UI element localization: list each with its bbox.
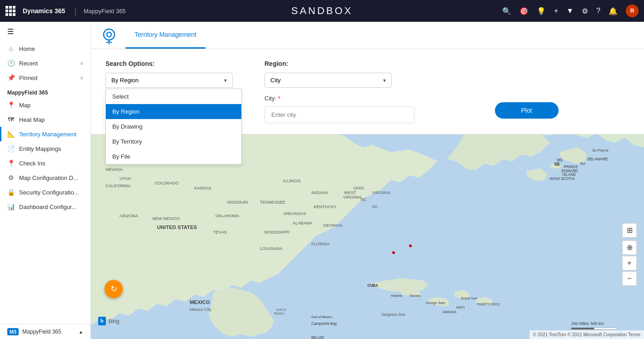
app-tabs: Territory Management <box>125 22 205 49</box>
pin-icon: 📌 <box>7 74 15 81</box>
zoom-out-button[interactable]: − <box>622 271 637 286</box>
plot-button[interactable]: Plot <box>495 102 559 119</box>
sidebar-item-heat-map[interactable]: 🗺 Heat Map <box>0 112 90 127</box>
search-type-value: By Region <box>111 77 139 84</box>
top-nav: Dynamics 365 | MappyField 365 SANDBOX 🔍 … <box>0 0 644 22</box>
svg-text:JAMAICA: JAMAICA <box>442 310 456 314</box>
grid-menu-button[interactable] <box>5 6 15 16</box>
sidebar: ☰ ⌂ Home 🕐 Recent ∨ 📌 Pinned ∨ MappyFiel… <box>0 22 91 339</box>
svg-text:UTAH: UTAH <box>120 176 131 181</box>
option-select-label: Select <box>112 93 129 100</box>
svg-text:BELIZE: BELIZE <box>311 336 324 339</box>
svg-text:Sargasso Sea: Sargasso Sea <box>381 313 405 317</box>
locate-button[interactable]: ⊕ <box>622 240 637 255</box>
option-by-region[interactable]: By Region <box>106 104 241 119</box>
search-panel-inner: Search Options: By Region ▾ Select <box>105 60 629 123</box>
brand-label: Dynamics 365 <box>23 7 65 15</box>
grid-icon <box>5 6 15 16</box>
zoom-in-button[interactable]: + <box>622 256 637 270</box>
map-layer-button[interactable]: ⊞ <box>622 223 637 238</box>
sidebar-heatmap-label: Heat Map <box>19 116 83 123</box>
hamburger-menu[interactable]: ☰ <box>0 22 90 41</box>
svg-text:Havana: Havana <box>391 294 402 298</box>
entity-icon: 📄 <box>7 145 15 152</box>
svg-text:TEXAS: TEXAS <box>213 230 227 234</box>
svg-text:ALABAMA: ALABAMA <box>293 221 313 225</box>
search-options-label: Search Options: <box>105 60 255 67</box>
svg-text:NEW MEXICO: NEW MEXICO <box>152 216 180 221</box>
map-icon: 📍 <box>7 101 15 109</box>
svg-point-0 <box>104 29 115 40</box>
search-type-dropdown[interactable]: By Region ▾ <box>105 73 233 88</box>
notifications-icon[interactable]: 🔔 <box>609 7 618 15</box>
sidebar-item-entity-mappings[interactable]: 📄 Entity Mappings <box>0 141 90 156</box>
search-icon[interactable]: 🔍 <box>502 7 511 15</box>
add-icon[interactable]: + <box>554 7 558 15</box>
svg-rect-61 <box>594 328 617 329</box>
option-by-region-label: By Region <box>112 108 140 115</box>
sidebar-item-map-config[interactable]: ⚙ Map Configuration D... <box>0 170 90 185</box>
sidebar-item-pinned[interactable]: 📌 Pinned ∨ <box>0 70 90 85</box>
region-dropdown-wrapper: City ▾ <box>265 73 414 88</box>
sidebar-item-recent[interactable]: 🕐 Recent ∨ <box>0 56 90 70</box>
svg-text:NEVADA: NEVADA <box>105 167 123 172</box>
option-by-file[interactable]: By File <box>106 149 241 164</box>
svg-text:GEORGIA: GEORGIA <box>323 223 343 228</box>
app-logo <box>100 26 118 45</box>
sidebar-item-home[interactable]: ⌂ Home <box>0 41 90 56</box>
region-dropdown-value: City <box>270 77 280 84</box>
app-name-label[interactable]: MappyField 365 <box>84 8 126 15</box>
copyright-text: © 2021 TomTom © 2021 Microsoft Corporati… <box>529 330 644 339</box>
footer-badge: M3 <box>7 328 19 335</box>
sidebar-security-label: Security Configuratio... <box>19 189 83 196</box>
tab-territory-management[interactable]: Territory Management <box>125 22 205 49</box>
sidebar-item-security-config[interactable]: 🔒 Security Configuratio... <box>0 185 90 199</box>
lightbulb-icon[interactable]: 💡 <box>537 7 546 15</box>
region-arrow-icon: ▾ <box>383 77 386 84</box>
target-icon[interactable]: 🎯 <box>519 7 529 15</box>
svg-text:ARKANSAS: ARKANSAS <box>283 211 306 216</box>
sidebar-section: MappyField 365 <box>0 85 90 98</box>
svg-point-1 <box>107 32 111 37</box>
svg-text:Grand Turk: Grand Turk <box>461 296 477 300</box>
filter-icon[interactable]: ▼ <box>566 7 574 15</box>
svg-text:Campeche Bay: Campeche Bay <box>311 322 337 326</box>
svg-text:OHIO: OHIO <box>354 186 364 190</box>
search-type-dropdown-wrapper: By Region ▾ Select By Region <box>105 73 255 88</box>
svg-text:MISSOURI: MISSOURI <box>227 200 248 204</box>
refresh-button[interactable]: ↻ <box>105 280 123 298</box>
sidebar-item-territory[interactable]: 📐 Territory Management <box>0 127 90 141</box>
svg-text:Mexico: Mexico <box>274 311 285 315</box>
svg-text:INDIANA: INDIANA <box>311 190 329 195</box>
app-header: Territory Management <box>91 22 644 49</box>
svg-text:NJ.: NJ. <box>580 162 586 166</box>
sidebar-home-label: Home <box>19 45 83 52</box>
bing-label: Bing <box>109 318 120 324</box>
sidebar-item-map[interactable]: 📍 Map <box>0 98 90 112</box>
recent-icon: 🕐 <box>7 60 15 67</box>
svg-text:PUERTO RICO: PUERTO RICO <box>477 302 499 306</box>
settings-icon[interactable]: ⚙ <box>582 7 588 15</box>
svg-text:ILLINOIS: ILLINOIS <box>283 179 300 183</box>
svg-text:VIRGINIA: VIRGINIA <box>343 195 362 199</box>
option-by-territory[interactable]: By Territory <box>106 134 241 149</box>
svg-rect-60 <box>571 328 594 329</box>
mapconfig-icon: ⚙ <box>7 174 15 181</box>
scale-bar: 250 Miles 500 km <box>571 321 617 331</box>
option-select[interactable]: Select <box>106 89 241 104</box>
help-icon[interactable]: ? <box>596 7 600 15</box>
svg-text:DELAWARE: DELAWARE <box>587 157 608 161</box>
option-by-drawing[interactable]: By Drawing <box>106 119 241 134</box>
search-options-col: Search Options: By Region ▾ Select <box>105 60 265 123</box>
region-dropdown[interactable]: City ▾ <box>265 73 392 88</box>
avatar[interactable]: R <box>626 5 639 17</box>
checkin-icon: 📍 <box>7 160 15 167</box>
sidebar-item-dashboard-config[interactable]: 📊 Dashboard Configur... <box>0 199 90 214</box>
city-input[interactable] <box>265 106 414 123</box>
sidebar-territory-label: Territory Management <box>19 131 83 138</box>
sidebar-footer: M3 MappyField 365 ▲ <box>0 324 90 339</box>
svg-text:VIRGINIA: VIRGINIA <box>372 190 391 195</box>
sidebar-item-check-ins[interactable]: 📍 Check Ins <box>0 156 90 170</box>
security-icon: 🔒 <box>7 189 15 196</box>
sidebar-checkin-label: Check Ins <box>19 160 83 167</box>
